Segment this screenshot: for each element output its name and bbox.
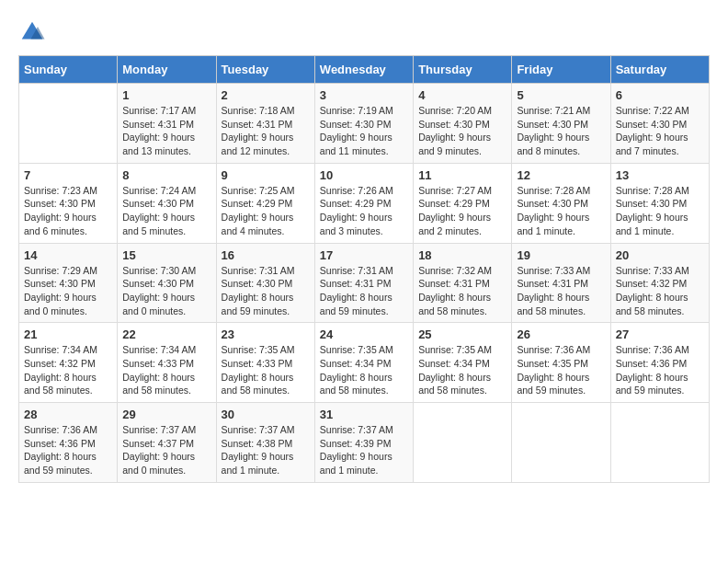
- day-info: Sunrise: 7:19 AM Sunset: 4:30 PM Dayligh…: [320, 104, 408, 158]
- calendar-cell: 13Sunrise: 7:28 AM Sunset: 4:30 PM Dayli…: [610, 163, 709, 243]
- day-info: Sunrise: 7:37 AM Sunset: 4:38 PM Dayligh…: [222, 423, 310, 477]
- header-day-friday: Friday: [512, 56, 610, 84]
- calendar-cell: 8Sunrise: 7:24 AM Sunset: 4:30 PM Daylig…: [118, 163, 216, 243]
- day-number: 13: [616, 168, 704, 182]
- day-number: 26: [517, 327, 605, 341]
- day-info: Sunrise: 7:22 AM Sunset: 4:30 PM Dayligh…: [616, 104, 704, 158]
- day-number: 27: [616, 327, 704, 341]
- day-number: 25: [418, 327, 506, 341]
- header-day-sunday: Sunday: [19, 56, 118, 84]
- logo-icon: [18, 18, 46, 46]
- day-info: Sunrise: 7:23 AM Sunset: 4:30 PM Dayligh…: [24, 184, 112, 238]
- day-info: Sunrise: 7:36 AM Sunset: 4:36 PM Dayligh…: [24, 423, 112, 477]
- week-row-5: 28Sunrise: 7:36 AM Sunset: 4:36 PM Dayli…: [19, 403, 710, 483]
- calendar-cell: 19Sunrise: 7:33 AM Sunset: 4:31 PM Dayli…: [512, 243, 610, 323]
- calendar-cell: [610, 403, 709, 483]
- week-row-3: 14Sunrise: 7:29 AM Sunset: 4:30 PM Dayli…: [19, 243, 710, 323]
- calendar-cell: 21Sunrise: 7:34 AM Sunset: 4:32 PM Dayli…: [19, 323, 118, 403]
- day-info: Sunrise: 7:28 AM Sunset: 4:30 PM Dayligh…: [517, 184, 605, 238]
- day-info: Sunrise: 7:30 AM Sunset: 4:30 PM Dayligh…: [122, 264, 210, 318]
- day-info: Sunrise: 7:29 AM Sunset: 4:30 PM Dayligh…: [24, 264, 112, 318]
- day-info: Sunrise: 7:37 AM Sunset: 4:37 PM Dayligh…: [122, 423, 210, 477]
- calendar-cell: 5Sunrise: 7:21 AM Sunset: 4:30 PM Daylig…: [512, 84, 610, 164]
- day-info: Sunrise: 7:20 AM Sunset: 4:30 PM Dayligh…: [418, 104, 506, 158]
- day-number: 29: [122, 408, 210, 421]
- header-day-monday: Monday: [118, 56, 216, 84]
- day-number: 22: [122, 327, 210, 341]
- day-info: Sunrise: 7:27 AM Sunset: 4:29 PM Dayligh…: [418, 184, 506, 238]
- day-number: 2: [222, 88, 310, 102]
- header-day-saturday: Saturday: [610, 56, 709, 84]
- day-info: Sunrise: 7:34 AM Sunset: 4:32 PM Dayligh…: [24, 343, 112, 397]
- day-info: Sunrise: 7:18 AM Sunset: 4:31 PM Dayligh…: [222, 104, 310, 158]
- day-info: Sunrise: 7:32 AM Sunset: 4:31 PM Dayligh…: [418, 264, 506, 318]
- day-number: 7: [24, 168, 112, 182]
- calendar-cell: 30Sunrise: 7:37 AM Sunset: 4:38 PM Dayli…: [216, 403, 314, 483]
- day-info: Sunrise: 7:35 AM Sunset: 4:34 PM Dayligh…: [320, 343, 408, 397]
- day-number: 10: [320, 168, 408, 182]
- day-info: Sunrise: 7:24 AM Sunset: 4:30 PM Dayligh…: [122, 184, 210, 238]
- day-number: 15: [122, 248, 210, 262]
- calendar-cell: 12Sunrise: 7:28 AM Sunset: 4:30 PM Dayli…: [512, 163, 610, 243]
- day-info: Sunrise: 7:36 AM Sunset: 4:36 PM Dayligh…: [616, 343, 704, 397]
- day-number: 21: [24, 327, 112, 341]
- header-day-thursday: Thursday: [414, 56, 512, 84]
- day-info: Sunrise: 7:31 AM Sunset: 4:30 PM Dayligh…: [222, 264, 310, 318]
- day-number: 8: [122, 168, 210, 182]
- day-number: 9: [222, 168, 310, 182]
- calendar-cell: [414, 403, 512, 483]
- calendar-header: SundayMondayTuesdayWednesdayThursdayFrid…: [19, 56, 710, 84]
- calendar-cell: 2Sunrise: 7:18 AM Sunset: 4:31 PM Daylig…: [216, 84, 314, 164]
- day-info: Sunrise: 7:36 AM Sunset: 4:35 PM Dayligh…: [517, 343, 605, 397]
- calendar-cell: 28Sunrise: 7:36 AM Sunset: 4:36 PM Dayli…: [19, 403, 118, 483]
- calendar-cell: [512, 403, 610, 483]
- day-info: Sunrise: 7:26 AM Sunset: 4:29 PM Dayligh…: [320, 184, 408, 238]
- calendar-cell: 31Sunrise: 7:37 AM Sunset: 4:39 PM Dayli…: [314, 403, 413, 483]
- calendar-cell: 18Sunrise: 7:32 AM Sunset: 4:31 PM Dayli…: [414, 243, 512, 323]
- day-number: 1: [122, 88, 210, 102]
- calendar-cell: 7Sunrise: 7:23 AM Sunset: 4:30 PM Daylig…: [19, 163, 118, 243]
- day-number: 23: [222, 327, 310, 341]
- week-row-2: 7Sunrise: 7:23 AM Sunset: 4:30 PM Daylig…: [19, 163, 710, 243]
- calendar-cell: 16Sunrise: 7:31 AM Sunset: 4:30 PM Dayli…: [216, 243, 314, 323]
- day-info: Sunrise: 7:31 AM Sunset: 4:31 PM Dayligh…: [320, 264, 408, 318]
- page-header: [18, 18, 710, 46]
- header-row: SundayMondayTuesdayWednesdayThursdayFrid…: [19, 56, 710, 84]
- calendar-cell: 6Sunrise: 7:22 AM Sunset: 4:30 PM Daylig…: [610, 84, 709, 164]
- day-number: 30: [222, 408, 310, 421]
- day-number: 16: [222, 248, 310, 262]
- calendar-cell: 17Sunrise: 7:31 AM Sunset: 4:31 PM Dayli…: [314, 243, 413, 323]
- day-info: Sunrise: 7:37 AM Sunset: 4:39 PM Dayligh…: [320, 423, 408, 477]
- day-number: 24: [320, 327, 408, 341]
- calendar-cell: 22Sunrise: 7:34 AM Sunset: 4:33 PM Dayli…: [118, 323, 216, 403]
- day-info: Sunrise: 7:17 AM Sunset: 4:31 PM Dayligh…: [122, 104, 210, 158]
- day-info: Sunrise: 7:28 AM Sunset: 4:30 PM Dayligh…: [616, 184, 704, 238]
- calendar-cell: 20Sunrise: 7:33 AM Sunset: 4:32 PM Dayli…: [610, 243, 709, 323]
- calendar-table: SundayMondayTuesdayWednesdayThursdayFrid…: [18, 55, 710, 483]
- calendar-cell: 23Sunrise: 7:35 AM Sunset: 4:33 PM Dayli…: [216, 323, 314, 403]
- day-number: 20: [616, 248, 704, 262]
- day-number: 28: [24, 408, 112, 421]
- calendar-cell: 10Sunrise: 7:26 AM Sunset: 4:29 PM Dayli…: [314, 163, 413, 243]
- calendar-cell: [19, 84, 118, 164]
- calendar-cell: 3Sunrise: 7:19 AM Sunset: 4:30 PM Daylig…: [314, 84, 413, 164]
- header-day-wednesday: Wednesday: [314, 56, 413, 84]
- header-day-tuesday: Tuesday: [216, 56, 314, 84]
- calendar-cell: 15Sunrise: 7:30 AM Sunset: 4:30 PM Dayli…: [118, 243, 216, 323]
- day-number: 11: [418, 168, 506, 182]
- week-row-4: 21Sunrise: 7:34 AM Sunset: 4:32 PM Dayli…: [19, 323, 710, 403]
- day-number: 14: [24, 248, 112, 262]
- day-info: Sunrise: 7:21 AM Sunset: 4:30 PM Dayligh…: [517, 104, 605, 158]
- day-number: 12: [517, 168, 605, 182]
- calendar-cell: 29Sunrise: 7:37 AM Sunset: 4:37 PM Dayli…: [118, 403, 216, 483]
- day-number: 6: [616, 88, 704, 102]
- calendar-cell: 11Sunrise: 7:27 AM Sunset: 4:29 PM Dayli…: [414, 163, 512, 243]
- calendar-cell: 1Sunrise: 7:17 AM Sunset: 4:31 PM Daylig…: [118, 84, 216, 164]
- day-number: 17: [320, 248, 408, 262]
- calendar-cell: 14Sunrise: 7:29 AM Sunset: 4:30 PM Dayli…: [19, 243, 118, 323]
- day-info: Sunrise: 7:34 AM Sunset: 4:33 PM Dayligh…: [122, 343, 210, 397]
- calendar-cell: 26Sunrise: 7:36 AM Sunset: 4:35 PM Dayli…: [512, 323, 610, 403]
- day-number: 19: [517, 248, 605, 262]
- calendar-body: 1Sunrise: 7:17 AM Sunset: 4:31 PM Daylig…: [19, 84, 710, 483]
- day-info: Sunrise: 7:25 AM Sunset: 4:29 PM Dayligh…: [222, 184, 310, 238]
